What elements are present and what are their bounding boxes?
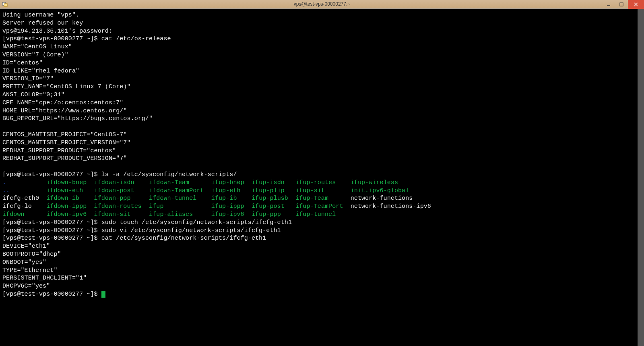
terminal-line: [vps@test-vps-00000277 ~]$ sudo touch /e…	[2, 219, 642, 227]
ls-entry: ifdown-ipv6	[46, 211, 87, 218]
ls-entry: init.ipv6-global	[351, 187, 409, 194]
ls-entry: ifup-eth	[211, 187, 241, 194]
ls-entry: ifup-bnep	[211, 179, 244, 186]
titlebar: vps@test-vps-00000277:~	[0, 0, 644, 9]
terminal-line: HOME_URL="https://www.centos.org/"	[2, 107, 642, 115]
terminal-line: [vps@test-vps-00000277 ~]$ cat /etc/os-r…	[2, 35, 642, 43]
terminal-line: CPE_NAME="cpe:/o:centos:centos:7"	[2, 99, 642, 107]
terminal-line	[2, 123, 642, 131]
vertical-scrollbar[interactable]	[638, 9, 644, 346]
ls-entry: ifup-plip	[252, 187, 285, 194]
ls-entry: ifdown-ppp	[94, 195, 131, 202]
terminal-line: CENTOS_MANTISBT_PROJECT_VERSION="7"	[2, 139, 642, 147]
ls-entry: ifdown-routes	[94, 203, 142, 210]
ls-entry: ..	[2, 187, 10, 194]
terminal-line: .. ifdown-eth ifdown-post ifdown-TeamPor…	[2, 187, 642, 195]
terminal-line: ID_LIKE="rhel fedora"	[2, 67, 642, 75]
terminal-line: ID="centos"	[2, 59, 642, 67]
ls-entry: ifcfg-eth0	[2, 195, 39, 202]
ls-entry: ifdown-bnep	[46, 179, 87, 186]
ls-entry: network-functions-ipv6	[351, 203, 431, 210]
svg-rect-3	[620, 3, 623, 6]
terminal-line: ifcfg-eth0 ifdown-ib ifdown-ppp ifdown-t…	[2, 195, 642, 203]
app-icon	[2, 1, 8, 8]
ls-entry: ifdown-post	[94, 187, 134, 194]
ls-entry: ifup-post	[252, 203, 285, 210]
terminal-line: vps@194.213.36.101's password:	[2, 27, 642, 35]
terminal-line: VERSION_ID="7"	[2, 75, 642, 83]
terminal-line	[2, 163, 642, 171]
ls-entry: network-functions	[351, 195, 413, 202]
ls-entry: ifup-ppp	[252, 211, 281, 218]
terminal-line: . ifdown-bnep ifdown-isdn ifdown-Team if…	[2, 179, 642, 187]
terminal-line: DHCPV6C="yes"	[2, 282, 642, 290]
terminal-line: [vps@test-vps-00000277 ~]$ ls -a /etc/sy…	[2, 171, 642, 179]
ls-entry: ifup-plusb	[252, 195, 288, 202]
ls-entry: ifdown	[2, 211, 25, 218]
terminal-line: ifdown ifdown-ipv6 ifdown-sit ifup-alias…	[2, 211, 642, 219]
terminal-line: [vps@test-vps-00000277 ~]$	[2, 290, 642, 298]
ls-entry: ifdown-ib	[46, 195, 79, 202]
ls-entry: ifdown-ippp	[46, 203, 87, 210]
terminal-line: [vps@test-vps-00000277 ~]$ sudo vi /etc/…	[2, 227, 642, 235]
minimize-button[interactable]	[602, 0, 615, 9]
ls-entry: ifup-wireless	[351, 179, 398, 186]
ls-entry: .	[2, 179, 6, 186]
terminal-line: Server refused our key	[2, 19, 642, 27]
ls-entry: ifup-isdn	[252, 179, 285, 186]
ls-entry: ifup-ib	[211, 195, 237, 202]
scrollbar-thumb[interactable]	[638, 9, 644, 346]
terminal-line: CENTOS_MANTISBT_PROJECT="CentOS-7"	[2, 131, 642, 139]
close-button[interactable]	[628, 0, 644, 9]
terminal-line: BUG_REPORT_URL="https://bugs.centos.org/…	[2, 115, 642, 123]
ls-entry: ifup-tunnel	[295, 211, 336, 218]
ls-entry: ifdown-eth	[46, 187, 83, 194]
ls-entry: ifcfg-lo	[2, 203, 32, 210]
ls-entry: ifdown-tunnel	[149, 195, 196, 202]
terminal-line: DEVICE="eth1"	[2, 242, 642, 251]
maximize-button[interactable]	[615, 0, 628, 9]
ls-entry: ifup-Team	[295, 195, 328, 202]
terminal-line: PERSISTENT_DHCLIENT="1"	[2, 274, 642, 282]
terminal-line: ONBOOT="yes"	[2, 259, 642, 267]
ls-entry: ifup	[149, 203, 163, 210]
terminal-line: BOOTPROTO="dhcp"	[2, 251, 642, 259]
terminal-line: VERSION="7 (Core)"	[2, 51, 642, 59]
ls-entry: ifdown-sit	[94, 211, 131, 218]
window-title: vps@test-vps-00000277:~	[294, 1, 351, 7]
ls-entry: ifup-routes	[295, 179, 336, 186]
terminal-line: TYPE="Ethernet"	[2, 267, 642, 275]
ls-entry: ifup-aliases	[149, 211, 193, 218]
ls-entry: ifdown-TeamPort	[149, 187, 204, 194]
ls-entry: ifdown-isdn	[94, 179, 134, 186]
terminal-line: [vps@test-vps-00000277 ~]$ cat /etc/sysc…	[2, 234, 642, 242]
terminal-line: ANSI_COLOR="0;31"	[2, 91, 642, 99]
cursor	[101, 291, 105, 298]
terminal-line: REDHAT_SUPPORT_PRODUCT_VERSION="7"	[2, 155, 642, 163]
terminal-line: ifcfg-lo ifdown-ippp ifdown-routes ifup …	[2, 203, 642, 211]
terminal-line: Using username "vps".	[2, 11, 642, 19]
ls-entry: ifup-ippp	[211, 203, 244, 210]
ls-entry: ifup-ipv6	[211, 211, 244, 218]
ls-entry: ifup-TeamPort	[295, 203, 343, 210]
ls-entry: ifup-sit	[295, 187, 325, 194]
svg-rect-1	[4, 4, 7, 6]
ls-entry: ifdown-Team	[149, 179, 189, 186]
terminal-line: PRETTY_NAME="CentOS Linux 7 (Core)"	[2, 83, 642, 91]
terminal-area[interactable]: Using username "vps".Server refused our …	[0, 9, 644, 300]
window-controls	[602, 0, 644, 9]
terminal-line: REDHAT_SUPPORT_PRODUCT="centos"	[2, 147, 642, 155]
terminal-line: NAME="CentOS Linux"	[2, 43, 642, 51]
